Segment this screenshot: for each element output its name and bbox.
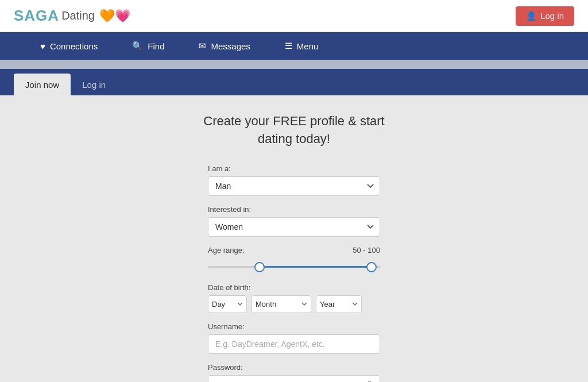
i-am-a-group: I am a: Man Woman Other bbox=[208, 164, 380, 196]
i-am-a-label: I am a: bbox=[208, 164, 380, 173]
password-input[interactable] bbox=[208, 375, 380, 382]
form-title-line1: Create your FREE profile & start bbox=[203, 114, 384, 128]
header: SAGA Dating 🧡💗 👤 Log in bbox=[0, 0, 588, 32]
i-am-a-select[interactable]: Man Woman Other bbox=[208, 176, 380, 196]
interested-in-select[interactable]: Women Men Everyone bbox=[208, 217, 380, 237]
user-icon: 👤 bbox=[526, 11, 537, 21]
dob-year-select[interactable]: Year bbox=[316, 295, 362, 313]
tab-bar: Join now Log in bbox=[0, 69, 588, 95]
dob-group: Date of birth: Day Month Year bbox=[208, 283, 380, 313]
age-range-header: Age range: 50 - 100 bbox=[208, 246, 380, 254]
main-content: Create your FREE profile & start dating … bbox=[0, 95, 588, 382]
age-range-label: Age range: bbox=[208, 246, 245, 254]
interested-in-group: Interested in: Women Men Everyone bbox=[208, 205, 380, 237]
nav-messages[interactable]: ✉ Messages bbox=[181, 32, 267, 60]
nav-connections-label: Connections bbox=[50, 41, 98, 51]
logo-heart-icon: 🧡💗 bbox=[99, 9, 130, 24]
slider-thumb-max[interactable] bbox=[366, 262, 377, 272]
show-password-icon[interactable]: 👁 bbox=[365, 380, 374, 382]
menu-icon: ☰ bbox=[285, 41, 292, 51]
nav-find-label: Find bbox=[148, 41, 164, 51]
main-nav: ♥ Connections 🔍 Find ✉ Messages ☰ Menu bbox=[0, 32, 588, 60]
registration-form: I am a: Man Woman Other Interested in: W… bbox=[208, 164, 380, 382]
username-label: Username: bbox=[208, 322, 380, 331]
nav-menu-label: Menu bbox=[297, 41, 319, 51]
nav-connections[interactable]: ♥ Connections bbox=[23, 32, 115, 60]
form-title-line2: dating today! bbox=[258, 132, 330, 146]
logo: SAGA Dating 🧡💗 bbox=[14, 7, 130, 25]
slider-thumb-min[interactable] bbox=[254, 262, 265, 272]
password-label: Password: bbox=[208, 363, 380, 372]
age-range-value: 50 - 100 bbox=[353, 246, 380, 254]
form-title: Create your FREE profile & start dating … bbox=[203, 113, 384, 148]
dob-row: Day Month Year bbox=[208, 295, 380, 313]
dob-month-select[interactable]: Month bbox=[252, 295, 311, 313]
password-wrapper: 👁 bbox=[208, 375, 380, 382]
tab-join-now-label: Join now bbox=[25, 80, 59, 90]
age-range-slider[interactable] bbox=[208, 260, 380, 274]
dob-day-select[interactable]: Day bbox=[208, 295, 247, 313]
logo-saga-text: SAGA bbox=[14, 7, 59, 25]
nav-menu[interactable]: ☰ Menu bbox=[268, 32, 336, 60]
nav-find[interactable]: 🔍 Find bbox=[115, 32, 181, 60]
header-login-button[interactable]: 👤 Log in bbox=[516, 6, 574, 26]
age-range-group: Age range: 50 - 100 bbox=[208, 246, 380, 274]
header-login-label: Log in bbox=[540, 11, 564, 21]
logo-dating-text: Dating bbox=[61, 9, 95, 22]
subnav-strip bbox=[0, 60, 588, 69]
tab-join-now[interactable]: Join now bbox=[14, 74, 71, 95]
tab-log-in[interactable]: Log in bbox=[71, 74, 117, 95]
interested-in-label: Interested in: bbox=[208, 205, 380, 214]
search-icon: 🔍 bbox=[132, 41, 143, 51]
slider-fill bbox=[260, 266, 372, 268]
nav-messages-label: Messages bbox=[211, 41, 250, 51]
tab-log-in-label: Log in bbox=[82, 80, 106, 90]
heart-icon: ♥ bbox=[40, 41, 45, 51]
username-input[interactable] bbox=[208, 334, 380, 354]
mail-icon: ✉ bbox=[199, 41, 206, 51]
username-group: Username: bbox=[208, 322, 380, 354]
dob-label: Date of birth: bbox=[208, 283, 380, 292]
password-group: Password: 👁 bbox=[208, 363, 380, 382]
